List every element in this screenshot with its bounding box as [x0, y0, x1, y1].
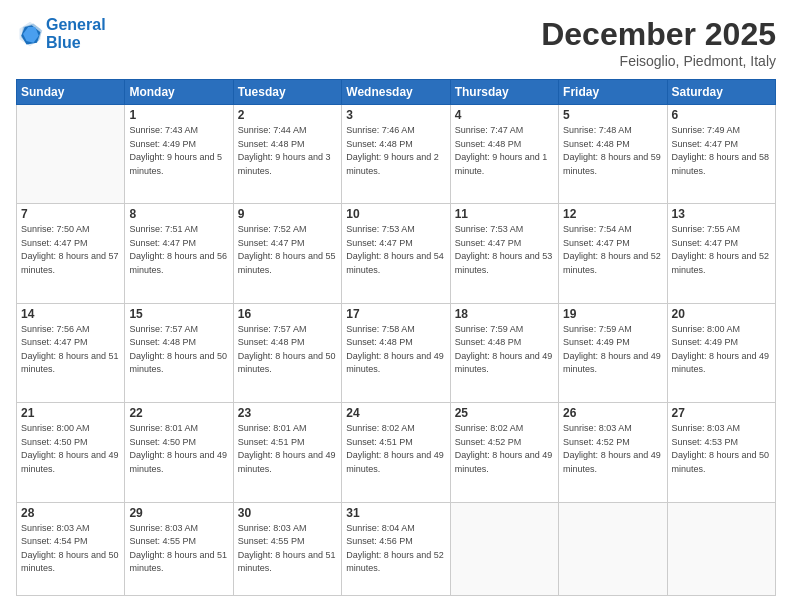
table-row: 31 Sunrise: 8:04 AMSunset: 4:56 PMDaylig…	[342, 502, 450, 595]
day-info: Sunrise: 7:57 AMSunset: 4:48 PMDaylight:…	[238, 323, 337, 377]
day-number: 2	[238, 108, 337, 122]
day-info: Sunrise: 7:52 AMSunset: 4:47 PMDaylight:…	[238, 223, 337, 277]
table-row: 7 Sunrise: 7:50 AMSunset: 4:47 PMDayligh…	[17, 204, 125, 303]
col-tuesday: Tuesday	[233, 80, 341, 105]
day-info: Sunrise: 8:03 AMSunset: 4:55 PMDaylight:…	[129, 522, 228, 576]
table-row	[17, 105, 125, 204]
day-info: Sunrise: 7:59 AMSunset: 4:48 PMDaylight:…	[455, 323, 554, 377]
day-info: Sunrise: 7:46 AMSunset: 4:48 PMDaylight:…	[346, 124, 445, 178]
day-info: Sunrise: 7:59 AMSunset: 4:49 PMDaylight:…	[563, 323, 662, 377]
table-row: 13 Sunrise: 7:55 AMSunset: 4:47 PMDaylig…	[667, 204, 775, 303]
table-row: 22 Sunrise: 8:01 AMSunset: 4:50 PMDaylig…	[125, 403, 233, 502]
table-row: 27 Sunrise: 8:03 AMSunset: 4:53 PMDaylig…	[667, 403, 775, 502]
day-info: Sunrise: 7:53 AMSunset: 4:47 PMDaylight:…	[455, 223, 554, 277]
table-row: 30 Sunrise: 8:03 AMSunset: 4:55 PMDaylig…	[233, 502, 341, 595]
day-number: 31	[346, 506, 445, 520]
table-row: 23 Sunrise: 8:01 AMSunset: 4:51 PMDaylig…	[233, 403, 341, 502]
day-info: Sunrise: 7:49 AMSunset: 4:47 PMDaylight:…	[672, 124, 771, 178]
col-wednesday: Wednesday	[342, 80, 450, 105]
day-number: 1	[129, 108, 228, 122]
col-saturday: Saturday	[667, 80, 775, 105]
day-info: Sunrise: 8:03 AMSunset: 4:52 PMDaylight:…	[563, 422, 662, 476]
table-row: 1 Sunrise: 7:43 AMSunset: 4:49 PMDayligh…	[125, 105, 233, 204]
day-number: 22	[129, 406, 228, 420]
table-row: 15 Sunrise: 7:57 AMSunset: 4:48 PMDaylig…	[125, 303, 233, 402]
table-row: 11 Sunrise: 7:53 AMSunset: 4:47 PMDaylig…	[450, 204, 558, 303]
day-info: Sunrise: 7:47 AMSunset: 4:48 PMDaylight:…	[455, 124, 554, 178]
day-number: 8	[129, 207, 228, 221]
day-info: Sunrise: 8:02 AMSunset: 4:51 PMDaylight:…	[346, 422, 445, 476]
table-row: 8 Sunrise: 7:51 AMSunset: 4:47 PMDayligh…	[125, 204, 233, 303]
table-row	[667, 502, 775, 595]
day-number: 6	[672, 108, 771, 122]
day-number: 21	[21, 406, 120, 420]
location: Feisoglio, Piedmont, Italy	[541, 53, 776, 69]
day-info: Sunrise: 8:01 AMSunset: 4:50 PMDaylight:…	[129, 422, 228, 476]
table-row: 4 Sunrise: 7:47 AMSunset: 4:48 PMDayligh…	[450, 105, 558, 204]
day-info: Sunrise: 7:48 AMSunset: 4:48 PMDaylight:…	[563, 124, 662, 178]
day-info: Sunrise: 8:00 AMSunset: 4:49 PMDaylight:…	[672, 323, 771, 377]
day-number: 28	[21, 506, 120, 520]
day-info: Sunrise: 8:03 AMSunset: 4:54 PMDaylight:…	[21, 522, 120, 576]
day-number: 18	[455, 307, 554, 321]
day-number: 14	[21, 307, 120, 321]
table-row: 5 Sunrise: 7:48 AMSunset: 4:48 PMDayligh…	[559, 105, 667, 204]
day-info: Sunrise: 8:03 AMSunset: 4:55 PMDaylight:…	[238, 522, 337, 576]
day-number: 3	[346, 108, 445, 122]
table-row: 3 Sunrise: 7:46 AMSunset: 4:48 PMDayligh…	[342, 105, 450, 204]
day-number: 15	[129, 307, 228, 321]
table-row: 25 Sunrise: 8:02 AMSunset: 4:52 PMDaylig…	[450, 403, 558, 502]
table-row: 28 Sunrise: 8:03 AMSunset: 4:54 PMDaylig…	[17, 502, 125, 595]
logo-icon	[16, 20, 44, 48]
table-row: 9 Sunrise: 7:52 AMSunset: 4:47 PMDayligh…	[233, 204, 341, 303]
table-row	[450, 502, 558, 595]
day-info: Sunrise: 7:58 AMSunset: 4:48 PMDaylight:…	[346, 323, 445, 377]
day-number: 7	[21, 207, 120, 221]
table-row: 17 Sunrise: 7:58 AMSunset: 4:48 PMDaylig…	[342, 303, 450, 402]
day-number: 29	[129, 506, 228, 520]
month-title: December 2025	[541, 16, 776, 53]
day-number: 16	[238, 307, 337, 321]
day-number: 9	[238, 207, 337, 221]
day-info: Sunrise: 7:55 AMSunset: 4:47 PMDaylight:…	[672, 223, 771, 277]
table-row: 19 Sunrise: 7:59 AMSunset: 4:49 PMDaylig…	[559, 303, 667, 402]
day-number: 30	[238, 506, 337, 520]
table-row: 24 Sunrise: 8:02 AMSunset: 4:51 PMDaylig…	[342, 403, 450, 502]
page: General Blue December 2025 Feisoglio, Pi…	[0, 0, 792, 612]
calendar-table: Sunday Monday Tuesday Wednesday Thursday…	[16, 79, 776, 596]
day-number: 23	[238, 406, 337, 420]
day-info: Sunrise: 7:43 AMSunset: 4:49 PMDaylight:…	[129, 124, 228, 178]
day-info: Sunrise: 7:54 AMSunset: 4:47 PMDaylight:…	[563, 223, 662, 277]
col-monday: Monday	[125, 80, 233, 105]
table-row: 26 Sunrise: 8:03 AMSunset: 4:52 PMDaylig…	[559, 403, 667, 502]
header: General Blue December 2025 Feisoglio, Pi…	[16, 16, 776, 69]
table-row: 10 Sunrise: 7:53 AMSunset: 4:47 PMDaylig…	[342, 204, 450, 303]
col-friday: Friday	[559, 80, 667, 105]
title-block: December 2025 Feisoglio, Piedmont, Italy	[541, 16, 776, 69]
day-number: 13	[672, 207, 771, 221]
day-number: 17	[346, 307, 445, 321]
day-number: 27	[672, 406, 771, 420]
table-row: 14 Sunrise: 7:56 AMSunset: 4:47 PMDaylig…	[17, 303, 125, 402]
table-row	[559, 502, 667, 595]
logo-text: General Blue	[46, 16, 106, 51]
day-info: Sunrise: 8:01 AMSunset: 4:51 PMDaylight:…	[238, 422, 337, 476]
day-number: 12	[563, 207, 662, 221]
table-row: 21 Sunrise: 8:00 AMSunset: 4:50 PMDaylig…	[17, 403, 125, 502]
table-row: 20 Sunrise: 8:00 AMSunset: 4:49 PMDaylig…	[667, 303, 775, 402]
table-row: 12 Sunrise: 7:54 AMSunset: 4:47 PMDaylig…	[559, 204, 667, 303]
day-number: 25	[455, 406, 554, 420]
day-number: 20	[672, 307, 771, 321]
table-row: 6 Sunrise: 7:49 AMSunset: 4:47 PMDayligh…	[667, 105, 775, 204]
day-number: 4	[455, 108, 554, 122]
table-row: 29 Sunrise: 8:03 AMSunset: 4:55 PMDaylig…	[125, 502, 233, 595]
day-info: Sunrise: 8:04 AMSunset: 4:56 PMDaylight:…	[346, 522, 445, 576]
day-info: Sunrise: 7:50 AMSunset: 4:47 PMDaylight:…	[21, 223, 120, 277]
day-number: 11	[455, 207, 554, 221]
day-info: Sunrise: 8:03 AMSunset: 4:53 PMDaylight:…	[672, 422, 771, 476]
col-sunday: Sunday	[17, 80, 125, 105]
day-number: 24	[346, 406, 445, 420]
day-number: 5	[563, 108, 662, 122]
day-number: 26	[563, 406, 662, 420]
day-number: 19	[563, 307, 662, 321]
